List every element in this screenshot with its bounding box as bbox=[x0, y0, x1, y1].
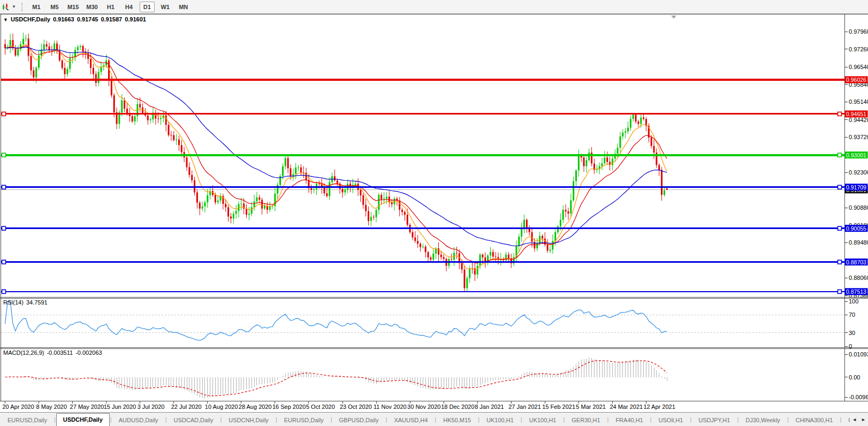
svg-text:8 May 2020: 8 May 2020 bbox=[36, 404, 67, 410]
macd-name: MACD(12,26,9) bbox=[3, 349, 44, 356]
ohlc-high: 0.91745 bbox=[77, 16, 98, 22]
svg-text:5 Oct 2020: 5 Oct 2020 bbox=[306, 404, 335, 410]
svg-text:0.97960: 0.97960 bbox=[849, 28, 868, 35]
svg-text:3 Jul 2020: 3 Jul 2020 bbox=[138, 404, 165, 410]
chart-tab-ger30-h1[interactable]: GER30,H1 bbox=[565, 415, 606, 426]
macd-signal-value: -0.002063 bbox=[75, 349, 102, 356]
svg-text:20 Apr 2020: 20 Apr 2020 bbox=[3, 404, 34, 410]
chart-tab-bar: EURUSD,Daily|USDCHF,Daily|AUDUSD,Daily|U… bbox=[0, 412, 868, 426]
tab-scroll-nav: ◄ ► bbox=[850, 413, 868, 426]
tab-separator: | bbox=[54, 416, 56, 423]
chart-tab-usdchf-daily[interactable]: USDCHF,Daily bbox=[56, 413, 110, 426]
timeframe-button-h1[interactable]: H1 bbox=[103, 2, 118, 12]
tab-separator: | bbox=[840, 416, 841, 423]
svg-text:0.92300: 0.92300 bbox=[849, 169, 868, 176]
timeframe-button-mn[interactable]: MN bbox=[176, 2, 191, 12]
chart-tab-china300-h1[interactable]: CHINA300,H1 bbox=[789, 415, 840, 426]
ohlc-close: 0.91601 bbox=[125, 16, 146, 22]
svg-text:0.93001: 0.93001 bbox=[846, 152, 866, 158]
timeframe-button-w1[interactable]: W1 bbox=[158, 2, 173, 12]
svg-text:28 Aug 2020: 28 Aug 2020 bbox=[239, 404, 272, 410]
date-axis[interactable]: 20 Apr 20208 May 202027 May 202015 Jun 2… bbox=[3, 401, 675, 410]
tab-separator: | bbox=[650, 416, 652, 423]
svg-text:0.97260: 0.97260 bbox=[849, 46, 868, 52]
tab-separator: | bbox=[386, 416, 387, 423]
timeframe-button-m30[interactable]: M30 bbox=[84, 2, 100, 12]
one-click-trading-arrow[interactable]: ▼ bbox=[3, 17, 8, 22]
rsi-line bbox=[5, 301, 667, 340]
svg-text:0.91709: 0.91709 bbox=[846, 184, 866, 191]
chart-tab-eurusd-daily[interactable]: EURUSD,Daily bbox=[1, 415, 54, 426]
timeframe-button-m15[interactable]: M15 bbox=[65, 2, 81, 12]
chart-tab-dj30-weekly[interactable]: DJ30,Weekly bbox=[739, 415, 787, 426]
timeframe-button-h4[interactable]: H4 bbox=[121, 2, 136, 12]
macd-main-value: -0.003511 bbox=[47, 349, 73, 356]
svg-text:10 Aug 2020: 10 Aug 2020 bbox=[205, 404, 238, 410]
tab-separator: | bbox=[478, 416, 479, 423]
chart-cursor-icon[interactable] bbox=[1, 2, 11, 12]
tab-separator: | bbox=[607, 416, 609, 423]
svg-text:0.88060: 0.88060 bbox=[849, 275, 868, 281]
chart-tab-usdcad-daily[interactable]: USDCAD,Daily bbox=[167, 415, 219, 426]
chart-canvas[interactable]: 0.979600.972600.965400.958400.951400.944… bbox=[0, 14, 868, 412]
svg-text:0.96026: 0.96026 bbox=[846, 77, 866, 83]
chart-tab-hk50-m15[interactable]: HK50,M15 bbox=[437, 415, 477, 426]
macd-signal-line bbox=[5, 361, 667, 396]
rsi-indicator-label: RSI(14)34.7591 bbox=[3, 299, 48, 306]
svg-text:0: 0 bbox=[849, 343, 852, 349]
ohlc-open: 0.91663 bbox=[53, 16, 74, 22]
price-scale[interactable]: 0.979600.972600.965400.958400.951400.944… bbox=[845, 28, 868, 400]
chart-tab-uk100-h1[interactable]: UK100,H1 bbox=[480, 415, 520, 426]
svg-text:22 Jul 2020: 22 Jul 2020 bbox=[171, 404, 202, 410]
svg-text:8 Jan 2021: 8 Jan 2021 bbox=[475, 404, 504, 410]
tab-separator: | bbox=[276, 416, 277, 423]
tab-separator: | bbox=[787, 416, 789, 423]
toolbar-separator bbox=[21, 3, 22, 11]
svg-text:0.89480: 0.89480 bbox=[849, 239, 868, 246]
tab-separator: | bbox=[737, 416, 738, 423]
chart-tab-uk100-h1[interactable]: UK100,H1 bbox=[523, 415, 563, 426]
svg-text:0.90055: 0.90055 bbox=[846, 225, 866, 232]
svg-text:0.90880: 0.90880 bbox=[849, 204, 868, 211]
chart-tab-fra40-h1[interactable]: FRA40,H1 bbox=[609, 415, 649, 426]
svg-text:0.94420: 0.94420 bbox=[849, 117, 868, 123]
timeframe-button-d1[interactable]: D1 bbox=[140, 2, 155, 12]
svg-text:15 Jun 2020: 15 Jun 2020 bbox=[104, 404, 136, 410]
timeframe-button-m1[interactable]: M1 bbox=[29, 2, 44, 12]
svg-text:0.95140: 0.95140 bbox=[849, 98, 868, 105]
tab-separator: | bbox=[435, 416, 436, 423]
svg-text:15 Feb 2021: 15 Feb 2021 bbox=[542, 404, 575, 410]
svg-text:18 Dec 2020: 18 Dec 2020 bbox=[441, 404, 474, 410]
tab-scroll-right-icon[interactable]: ► bbox=[861, 417, 866, 422]
chart-tab-xauusd-h4[interactable]: XAUUSD,H4 bbox=[387, 415, 434, 426]
svg-text:11 Nov 2020: 11 Nov 2020 bbox=[374, 404, 407, 410]
timeframe-buttons: M1M5M15M30H1H4D1W1MN bbox=[27, 2, 193, 12]
chart-title-symbol: USDCHF,Daily bbox=[11, 16, 50, 22]
svg-text:-0.009653: -0.009653 bbox=[849, 394, 868, 400]
tab-separator: | bbox=[563, 416, 565, 423]
svg-text:100: 100 bbox=[849, 298, 858, 305]
svg-text:0.010933: 0.010933 bbox=[849, 351, 868, 357]
rsi-name: RSI(14) bbox=[3, 299, 24, 306]
chart-window[interactable]: 0.979600.972600.965400.958400.951400.944… bbox=[0, 14, 868, 412]
tab-separator: | bbox=[690, 416, 691, 423]
ohlc-low: 0.91587 bbox=[101, 16, 122, 22]
chart-tab-usdjpy-h1[interactable]: USDJPY,H1 bbox=[692, 415, 736, 426]
tab-separator: | bbox=[220, 416, 222, 423]
chart-tab-audusd-daily[interactable]: AUDUSD,Daily bbox=[112, 415, 165, 426]
chart-tab-gbpusd-daily[interactable]: GBPUSD,Daily bbox=[333, 415, 385, 426]
svg-text:70: 70 bbox=[849, 311, 855, 318]
chart-tab-usoil-h1[interactable]: USOil,H1 bbox=[652, 415, 690, 426]
chart-tab-usdcnh-daily[interactable]: USDCNH,Daily bbox=[222, 415, 275, 426]
rsi-value: 34.7591 bbox=[26, 299, 48, 306]
tab-scroll-left-icon[interactable]: ◄ bbox=[852, 417, 857, 422]
chart-shift-marker[interactable] bbox=[671, 16, 676, 19]
timeframe-button-m5[interactable]: M5 bbox=[47, 2, 62, 12]
svg-text:24 Mar 2021: 24 Mar 2021 bbox=[610, 404, 643, 410]
svg-text:30: 30 bbox=[849, 330, 855, 336]
chart-tab-eurusd-daily[interactable]: EURUSD,Daily bbox=[278, 415, 330, 426]
tab-separator: | bbox=[110, 416, 112, 423]
moving-average-line bbox=[5, 44, 667, 270]
moving-average-line bbox=[5, 47, 667, 246]
toolbar-dropdown-caret[interactable]: ▼ bbox=[12, 4, 16, 9]
